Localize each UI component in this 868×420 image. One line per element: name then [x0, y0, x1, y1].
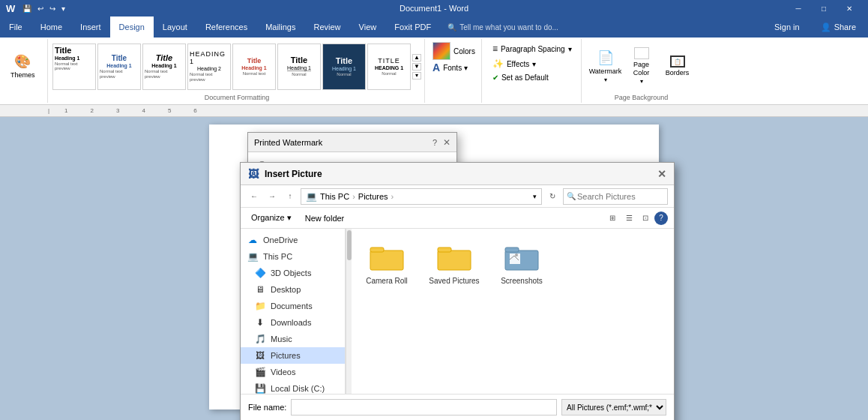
style-item-6[interactable]: Title Heading 1 Normal	[277, 44, 321, 90]
view-extra-btn[interactable]: ⊡	[638, 211, 653, 226]
watermark-button[interactable]: 📄 Watermark ▾	[589, 42, 622, 90]
help-btn[interactable]: ?	[654, 212, 668, 225]
style-item-2[interactable]: Title Heading 1 Normal text preview	[97, 44, 141, 90]
view-icons-btn[interactable]: ⊞	[605, 211, 620, 226]
localc-label: Local Disk (C:)	[271, 384, 325, 393]
customize-quick-btn[interactable]: ▾	[60, 3, 67, 14]
filename-input[interactable]	[291, 399, 557, 416]
insert-dialog-close[interactable]: ✕	[657, 168, 666, 180]
sidebar-item-desktop[interactable]: 🖥 Desktop	[241, 281, 345, 298]
set-default-label: Set as Default	[501, 74, 549, 82]
documents-label: Documents	[271, 302, 313, 310]
folder-screenshots[interactable]: Screenshots	[495, 238, 548, 285]
view-details-btn[interactable]: ☰	[621, 211, 636, 226]
svg-rect-0	[370, 250, 403, 270]
set-default-btn[interactable]: ✔ Set as Default	[489, 72, 575, 83]
breadcrumb-dropdown[interactable]: ▾	[533, 193, 537, 200]
tab-foxit[interactable]: Foxit PDF	[385, 16, 440, 38]
undo-quick-btn[interactable]: ↩	[36, 3, 45, 14]
ribbon-content: 🎨 Themes Title Heading 1 Normal text pre…	[0, 38, 868, 105]
style-item-5[interactable]: Title Heading 1 Normal text	[232, 44, 276, 90]
saved-pictures-icon-wrap	[433, 238, 476, 275]
close-button[interactable]: ✕	[837, 0, 862, 16]
tab-design[interactable]: Design	[110, 16, 154, 38]
sidebar-item-3dobjects[interactable]: 🔷 3D Objects	[241, 265, 345, 281]
svg-rect-2	[438, 250, 471, 270]
share-button[interactable]: 👤 Share	[812, 16, 868, 38]
nav-refresh-btn[interactable]: ↻	[545, 189, 560, 204]
thispc-label: This PC	[263, 252, 292, 261]
colors-button[interactable]: Colors	[453, 47, 475, 56]
saved-pictures-label: Saved Pictures	[429, 277, 479, 285]
new-folder-button[interactable]: New folder	[301, 212, 349, 224]
breadcrumb-pictures[interactable]: Pictures	[358, 192, 388, 201]
watermark-label: Watermark	[589, 68, 622, 75]
themes-label: Themes	[10, 71, 35, 79]
sidebar-item-music[interactable]: 🎵 Music	[241, 331, 345, 347]
nav-up-btn[interactable]: ↑	[283, 189, 298, 204]
breadcrumb-sep1: ›	[352, 192, 355, 201]
save-quick-btn[interactable]: 💾	[21, 3, 33, 14]
sidebar-item-localc[interactable]: 💾 Local Disk (C:)	[241, 380, 345, 394]
share-icon: 👤	[821, 22, 831, 32]
tab-layout[interactable]: Layout	[154, 16, 196, 38]
insert-dialog-titlebar: 🖼 Insert Picture ✕	[241, 163, 674, 185]
themes-button[interactable]: 🎨 Themes	[7, 42, 38, 90]
sign-in-button[interactable]: Sign in	[765, 16, 812, 38]
effects-btn[interactable]: ✨ Effects ▾	[489, 57, 575, 70]
breadcrumb-bar[interactable]: 💻 This PC › Pictures › ▾	[301, 188, 542, 205]
tab-insert[interactable]: Insert	[71, 16, 110, 38]
search-input[interactable]	[577, 192, 664, 201]
paragraph-spacing-icon: ≡	[492, 44, 498, 54]
sidebar-item-onedrive[interactable]: ☁ OneDrive	[241, 232, 345, 248]
document-formatting-group: Title Heading 1 Normal text preview Titl…	[49, 39, 425, 103]
style-item-4[interactable]: HEADING 1 Heading 2 Normal text preview	[187, 44, 231, 90]
tab-references[interactable]: References	[196, 16, 256, 38]
sidebar-item-videos[interactable]: 🎬 Videos	[241, 364, 345, 380]
search-ribbon-label[interactable]: Tell me what you want to do...	[459, 23, 558, 32]
organize-button[interactable]: Organize ▾	[247, 212, 296, 224]
page-color-button[interactable]: PageColor ▾	[625, 42, 658, 90]
folder-saved-pictures[interactable]: Saved Pictures	[428, 238, 480, 285]
minimize-button[interactable]: ─	[786, 0, 811, 16]
styles-scroll[interactable]: ▲ ▼ ▾	[412, 54, 421, 80]
sidebar-item-documents[interactable]: 📁 Documents	[241, 298, 345, 314]
watermark-dialog-title: Printed Watermark	[254, 138, 322, 147]
style-item-1[interactable]: Title Heading 1 Normal text preview	[52, 44, 96, 90]
fonts-button[interactable]: Fonts ▾	[443, 64, 468, 72]
tab-review[interactable]: Review	[305, 16, 350, 38]
spacing-group-label	[489, 101, 575, 103]
borders-button[interactable]: 📋 Borders	[661, 42, 694, 90]
borders-icon: 📋	[670, 56, 685, 68]
nav-back-btn[interactable]: ←	[247, 189, 262, 204]
watermark-icon: 📄	[597, 50, 614, 66]
paragraph-spacing-btn[interactable]: ≡ Paragraph Spacing ▾	[489, 42, 575, 56]
tab-mailings[interactable]: Mailings	[256, 16, 304, 38]
style-item-3[interactable]: Title Heading 1 Normal text preview	[142, 44, 186, 90]
nav-forward-btn[interactable]: →	[265, 189, 280, 204]
tab-search[interactable]: 🔍 Tell me what you want to do...	[440, 16, 566, 38]
paragraph-spacing-arrow: ▾	[568, 45, 572, 53]
sidebar-item-pictures[interactable]: 🖼 Pictures	[241, 347, 345, 364]
paragraph-spacing-label: Paragraph Spacing	[501, 45, 565, 53]
sidebar-item-downloads[interactable]: ⬇ Downloads	[241, 314, 345, 331]
sidebar-scrollbar[interactable]	[346, 229, 352, 394]
svg-rect-3	[438, 248, 451, 252]
check-icon: ✔	[492, 74, 498, 82]
maximize-button[interactable]: □	[811, 0, 837, 16]
folder-camera-roll[interactable]: Camera Roll	[361, 238, 413, 285]
tab-home[interactable]: Home	[31, 16, 71, 38]
sidebar-item-thispc[interactable]: 💻 This PC	[241, 248, 345, 265]
quick-access-toolbar: W 💾 ↩ ↪ ▾	[6, 3, 67, 14]
tab-file[interactable]: File	[0, 16, 31, 38]
style-item-8[interactable]: TITLE HEADING 1 Normal	[367, 44, 411, 90]
saved-pictures-folder-icon	[436, 242, 472, 272]
watermark-dialog-help[interactable]: ?	[433, 138, 437, 147]
breadcrumb-thispc[interactable]: This PC	[320, 192, 349, 201]
effects-arrow: ▾	[532, 60, 536, 68]
watermark-dialog-close[interactable]: ✕	[443, 137, 450, 148]
style-item-7[interactable]: Title Heading 1 Normal	[322, 44, 366, 90]
tab-view[interactable]: View	[350, 16, 386, 38]
filetype-select[interactable]: All Pictures (*.emf;*.wmf;*.jpg;*,)	[561, 399, 666, 416]
redo-quick-btn[interactable]: ↪	[48, 3, 57, 14]
